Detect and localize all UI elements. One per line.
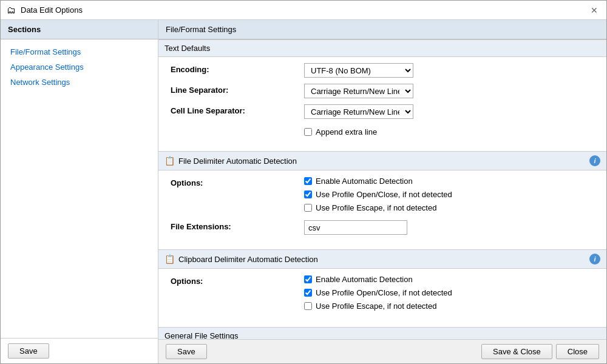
- file-enable-auto-detect-text: Enable Automatic Detection: [316, 177, 413, 186]
- sidebar-header: Sections: [1, 20, 158, 39]
- clipboard-delimiter-form: Options: Enable Automatic Detection Use …: [158, 269, 606, 325]
- cell-line-separator-label: Cell Line Separator:: [171, 104, 304, 115]
- append-extra-line-text: Append extra line: [316, 127, 377, 136]
- file-use-profile-open-close-checkbox[interactable]: [304, 190, 312, 198]
- file-use-profile-escape-checkbox[interactable]: [304, 204, 312, 212]
- main-scroll-area[interactable]: Text Defaults Encoding: UTF-8 (No BOM) U…: [158, 39, 606, 339]
- append-extra-line-checkbox[interactable]: [304, 128, 312, 136]
- text-defaults-header: Text Defaults: [158, 39, 606, 57]
- clipboard-enable-auto-detect-text: Enable Automatic Detection: [316, 275, 413, 284]
- file-enable-auto-detect-checkbox[interactable]: [304, 177, 312, 185]
- file-delimiter-options-row: Options: Enable Automatic Detection Use …: [171, 177, 594, 214]
- window-icon: 🗂: [7, 5, 16, 15]
- window-title: Data Edit Options: [21, 5, 83, 15]
- sidebar-item-appearance[interactable]: Appearance Settings: [1, 59, 158, 75]
- clipboard-delimiter-title: Clipboard Delimiter Automatic Detection: [178, 255, 318, 264]
- content-area: Sections File/Format Settings Appearance…: [1, 20, 606, 363]
- clipboard-use-profile-open-close-text: Use Profile Open/Close, if not detected: [316, 288, 452, 297]
- append-line-label: [171, 125, 304, 127]
- cell-line-separator-control: Carriage Return/New Line New Line Carria…: [304, 104, 594, 119]
- file-use-profile-open-close-text: Use Profile Open/Close, if not detected: [316, 190, 452, 199]
- clipboard-options-control: Enable Automatic Detection Use Profile O…: [304, 275, 594, 312]
- append-line-row: Append extra line: [171, 125, 594, 136]
- file-delimiter-header: 📋 File Delimiter Automatic Detection i: [158, 151, 606, 170]
- sidebar-nav: File/Format Settings Appearance Settings…: [1, 39, 158, 95]
- sidebar-item-file-format[interactable]: File/Format Settings: [1, 44, 158, 59]
- close-button[interactable]: Close: [556, 344, 599, 359]
- clipboard-use-profile-open-close-checkbox[interactable]: [304, 289, 312, 297]
- file-delimiter-icon: 📋: [164, 156, 175, 166]
- file-delimiter-title: File Delimiter Automatic Detection: [178, 157, 297, 166]
- file-delimiter-options-control: Enable Automatic Detection Use Profile O…: [304, 177, 594, 214]
- line-separator-label: Line Separator:: [171, 84, 304, 95]
- sidebar: Sections File/Format Settings Appearance…: [1, 20, 158, 363]
- file-extensions-input[interactable]: [304, 220, 407, 235]
- general-file-header: General File Settings: [158, 327, 606, 339]
- file-delimiter-info-icon[interactable]: i: [589, 155, 600, 166]
- save-button[interactable]: Save: [8, 343, 49, 359]
- file-delimiter-form: Options: Enable Automatic Detection Use …: [158, 170, 606, 247]
- text-defaults-title: Text Defaults: [164, 44, 210, 53]
- main-panel: File/Format Settings Text Defaults Encod…: [158, 20, 606, 363]
- encoding-select[interactable]: UTF-8 (No BOM) UTF-8 UTF-16 ASCII ISO-88…: [304, 63, 413, 78]
- clipboard-enable-auto-detect-checkbox[interactable]: [304, 275, 312, 283]
- file-delimiter-options-label: Options:: [171, 177, 304, 187]
- line-separator-row: Line Separator: Carriage Return/New Line…: [171, 84, 594, 98]
- title-bar: 🗂 Data Edit Options ✕: [1, 1, 606, 20]
- main-section-header: File/Format Settings: [158, 20, 606, 39]
- line-separator-control: Carriage Return/New Line New Line Carria…: [304, 84, 594, 98]
- text-defaults-form: Encoding: UTF-8 (No BOM) UTF-8 UTF-16 AS…: [158, 57, 606, 149]
- bottom-save-button[interactable]: Save: [166, 344, 207, 359]
- general-file-title: General File Settings: [164, 331, 238, 339]
- clipboard-use-profile-escape-checkbox[interactable]: [304, 302, 312, 310]
- sidebar-item-network[interactable]: Network Settings: [1, 75, 158, 90]
- clipboard-options-label: Options:: [171, 275, 304, 286]
- clipboard-delimiter-header: 📋 Clipboard Delimiter Automatic Detectio…: [158, 249, 606, 269]
- clipboard-delimiter-info-icon[interactable]: i: [589, 254, 600, 265]
- cell-line-separator-select[interactable]: Carriage Return/New Line New Line Carria…: [304, 104, 413, 119]
- bottom-bar: Save Save & Close Close: [158, 339, 606, 363]
- clipboard-options-row: Options: Enable Automatic Detection Use …: [171, 275, 594, 312]
- clipboard-use-profile-escape-text: Use Profile Escape, if not detected: [316, 302, 436, 311]
- clipboard-delimiter-icon: 📋: [164, 254, 175, 264]
- file-use-profile-escape-text: Use Profile Escape, if not detected: [316, 203, 436, 212]
- sidebar-footer: Save: [1, 338, 158, 363]
- save-close-button[interactable]: Save & Close: [481, 344, 552, 359]
- main-window: 🗂 Data Edit Options ✕ Sections File/Form…: [0, 0, 607, 364]
- file-extensions-row: File Extensions:: [171, 220, 594, 235]
- cell-line-separator-row: Cell Line Separator: Carriage Return/New…: [171, 104, 594, 119]
- file-extensions-label: File Extensions:: [171, 220, 304, 231]
- line-separator-select[interactable]: Carriage Return/New Line New Line Carria…: [304, 84, 413, 98]
- window-close-button[interactable]: ✕: [588, 4, 600, 16]
- encoding-control: UTF-8 (No BOM) UTF-8 UTF-16 ASCII ISO-88…: [304, 63, 594, 78]
- encoding-row: Encoding: UTF-8 (No BOM) UTF-8 UTF-16 AS…: [171, 63, 594, 78]
- encoding-label: Encoding:: [171, 63, 304, 74]
